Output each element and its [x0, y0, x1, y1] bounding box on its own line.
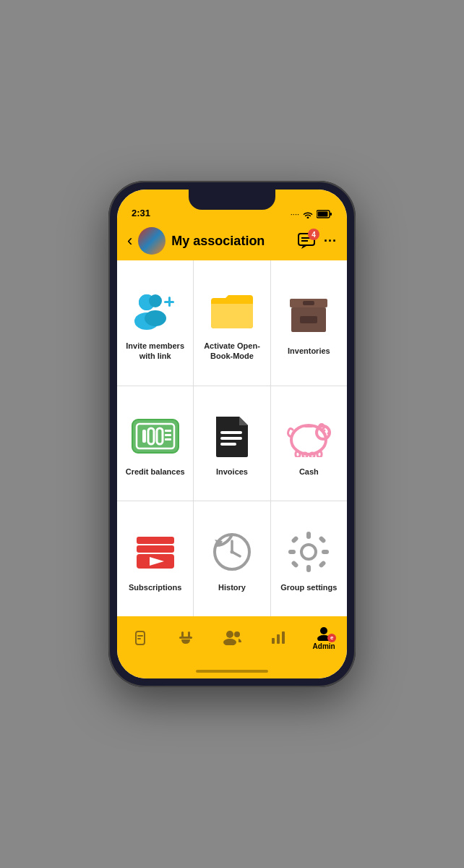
back-button[interactable]: ‹ [127, 231, 132, 250]
inventories-label: Inventories [288, 346, 330, 356]
settings-label: Group settings [280, 582, 337, 592]
svg-rect-67 [277, 634, 280, 644]
grid-item-settings[interactable]: Group settings [271, 501, 347, 616]
grid-item-open-book[interactable]: Activate Open-Book-Mode [194, 260, 270, 386]
stats-icon [270, 629, 286, 645]
invoices-icon-area [207, 412, 257, 461]
svg-rect-61 [181, 631, 184, 638]
nav-item-admin[interactable]: e Admin [301, 625, 347, 650]
nav-item-members[interactable] [209, 629, 255, 645]
nav-item-food[interactable] [163, 629, 210, 645]
svg-rect-24 [165, 438, 171, 441]
home-bar [196, 670, 268, 673]
credit-icon-area [131, 412, 180, 461]
drink-icon [132, 629, 148, 645]
grid-item-invoices[interactable]: Invoices [194, 386, 270, 501]
grid-item-credit[interactable]: Credit balances [117, 386, 193, 501]
open-book-label: Activate Open-Book-Mode [199, 341, 264, 362]
svg-rect-52 [322, 550, 329, 554]
svg-rect-49 [306, 532, 311, 539]
header: ‹ My association 4 ··· [117, 221, 347, 260]
svg-rect-60 [179, 637, 192, 639]
svg-rect-35 [296, 451, 300, 457]
invoices-label: Invoices [216, 467, 248, 477]
svg-rect-34 [304, 425, 313, 427]
svg-point-64 [223, 639, 236, 645]
svg-rect-59 [137, 638, 141, 639]
avatar [138, 227, 166, 255]
svg-point-32 [325, 433, 327, 435]
svg-rect-50 [306, 565, 311, 572]
svg-point-31 [327, 432, 330, 434]
svg-point-69 [320, 627, 327, 634]
messages-button[interactable]: 4 [298, 233, 315, 249]
svg-point-65 [234, 631, 240, 637]
svg-rect-58 [137, 635, 143, 637]
history-icon-area [207, 527, 257, 576]
subscriptions-icon-area [131, 527, 180, 576]
nav-item-stats[interactable] [255, 629, 301, 645]
svg-rect-62 [188, 631, 190, 638]
svg-rect-51 [288, 550, 296, 554]
notification-badge: 4 [308, 229, 319, 240]
wifi-icon [302, 210, 314, 218]
bottom-nav: e Admin [117, 616, 347, 664]
svg-rect-2 [330, 213, 332, 216]
svg-rect-26 [220, 437, 242, 440]
svg-rect-16 [303, 301, 314, 305]
svg-rect-55 [291, 560, 299, 568]
header-title: My association [171, 234, 292, 249]
svg-rect-68 [282, 631, 285, 644]
svg-point-48 [301, 545, 316, 559]
svg-rect-19 [142, 430, 146, 443]
invite-members-label: Invite members with link [123, 341, 187, 362]
history-label: History [218, 582, 246, 592]
svg-point-9 [149, 294, 162, 307]
svg-rect-56 [319, 560, 327, 568]
food-icon [178, 629, 194, 645]
svg-rect-1 [318, 212, 328, 217]
credit-label: Credit balances [126, 467, 185, 477]
invite-members-icon-area [131, 286, 180, 335]
menu-grid: Invite members with link Activate Open-B… [117, 260, 347, 616]
svg-point-63 [226, 631, 233, 638]
grid-item-history[interactable]: History [194, 501, 270, 616]
subscriptions-label: Subscriptions [129, 582, 181, 592]
more-button[interactable]: ··· [324, 234, 337, 249]
admin-badge: e [327, 634, 336, 642]
battery-icon [317, 210, 332, 218]
svg-rect-39 [137, 537, 174, 544]
inventories-icon-area [284, 291, 333, 340]
grid-item-inventories[interactable]: Inventories [271, 260, 347, 386]
grid-item-cash[interactable]: Cash [271, 386, 347, 501]
cash-label: Cash [299, 467, 319, 477]
status-time: 2:31 [132, 208, 150, 218]
svg-rect-23 [165, 434, 171, 436]
cash-icon-area [284, 412, 333, 461]
svg-rect-15 [300, 316, 317, 323]
svg-rect-22 [165, 430, 171, 432]
svg-point-10 [145, 310, 166, 326]
nav-item-drinks[interactable] [117, 629, 163, 645]
svg-rect-54 [319, 535, 327, 543]
settings-icon-area [284, 527, 333, 576]
signal-dots: ···· [291, 210, 299, 218]
svg-rect-12 [164, 301, 174, 303]
svg-rect-53 [291, 535, 299, 543]
members-icon [223, 629, 241, 645]
header-actions: 4 ··· [298, 233, 337, 249]
admin-label: Admin [313, 642, 335, 650]
svg-rect-38 [317, 451, 322, 457]
status-icons: ···· [291, 210, 332, 218]
svg-point-47 [230, 550, 233, 553]
grid-item-subscriptions[interactable]: Subscriptions [117, 501, 193, 616]
svg-rect-66 [272, 638, 275, 644]
svg-point-33 [324, 429, 326, 431]
home-indicator [117, 664, 347, 678]
grid-item-invite-members[interactable]: Invite members with link [117, 260, 193, 386]
svg-rect-40 [137, 545, 174, 553]
svg-rect-25 [220, 431, 242, 434]
open-book-icon-area [207, 286, 257, 335]
svg-rect-27 [220, 443, 236, 446]
